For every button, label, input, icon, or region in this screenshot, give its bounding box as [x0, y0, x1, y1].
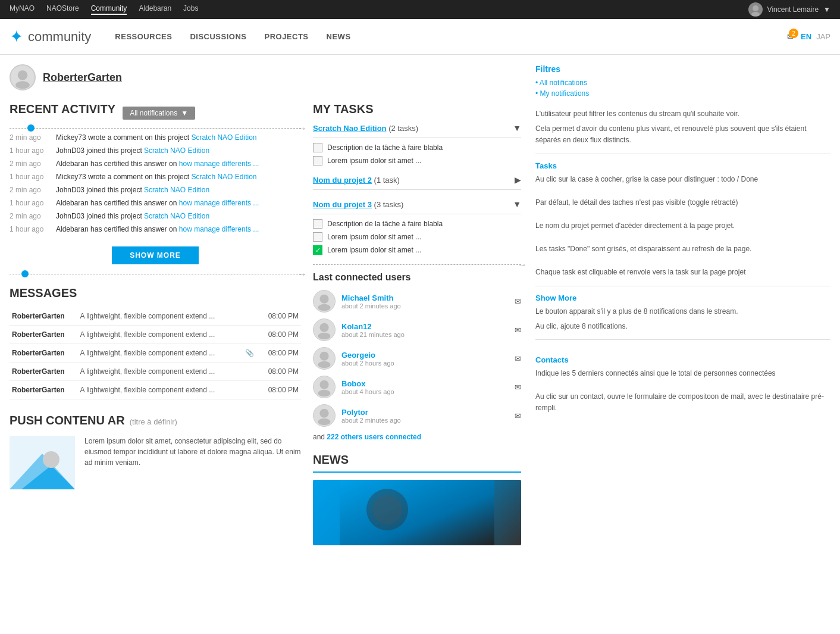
contacts-side-title: Contacts [535, 355, 830, 364]
nav-discussions[interactable]: DISCUSSIONS [190, 32, 246, 41]
task-text[interactable]: Lorem ipsum dolor sit amet ... [327, 246, 421, 254]
connected-mail-icon[interactable]: ✉ [515, 326, 521, 335]
task-checkbox[interactable] [313, 232, 322, 242]
activity-link[interactable]: how manage differents ... [179, 199, 259, 207]
task-text[interactable]: Description de la tâche à faire blabla [327, 143, 443, 152]
sidebar-desc2: Cela permet d'avoir du contenu plus viva… [535, 123, 830, 146]
activity-link[interactable]: Scratch NAO Edition [144, 212, 209, 220]
activity-link[interactable]: Scratch NAO Edition [191, 133, 256, 142]
connected-mail-icon[interactable]: ✉ [515, 354, 521, 363]
message-row[interactable]: RoberterGarten A lightweight, flexible c… [10, 381, 301, 399]
connected-time: about 2 minutes ago [341, 302, 401, 310]
news-thumbnail [313, 480, 521, 545]
nav-ressources[interactable]: RESSOURCES [115, 32, 172, 41]
news-image [313, 480, 521, 545]
tasks-side-desc3: Le nom du projet permet d'acéder directe… [535, 220, 830, 232]
task-group-toggle[interactable]: ▶ [515, 175, 521, 185]
task-group: Nom du projet 3 (3 tasks) ▼ Description … [313, 199, 521, 255]
task-group-toggle[interactable]: ▼ [513, 123, 521, 133]
connected-name[interactable]: Polytor [341, 408, 401, 417]
messages-table: RoberterGarten A lightweight, flexible c… [10, 307, 301, 399]
news-divider [313, 471, 521, 473]
activity-item: 2 min ago Mickey73 wrote a comment on th… [10, 133, 301, 142]
connected-avatar [313, 376, 336, 398]
activity-item: 2 min ago Aldebaran has certified this a… [10, 160, 301, 168]
connected-name[interactable]: Georgeio [341, 351, 394, 360]
connected-item: Bobox about 4 hours ago ✉ [313, 376, 521, 398]
tasks-side-desc2: Par défaut, le détail des taches n'est p… [535, 197, 830, 208]
connected-name[interactable]: Bobox [341, 379, 394, 388]
topnav-naostore[interactable]: NAOStore [46, 4, 79, 15]
filter-my[interactable]: • My notifications [535, 89, 830, 98]
svg-point-3 [15, 81, 30, 89]
task-group-title[interactable]: Nom du projet 3 [313, 200, 372, 209]
connected-name[interactable]: Michael Smith [341, 293, 401, 302]
task-checkbox[interactable] [313, 245, 322, 255]
task-group-toggle[interactable]: ▼ [513, 199, 521, 209]
nav-projects[interactable]: PROJECTS [264, 32, 308, 41]
task-group-title[interactable]: Nom du projet 2 [313, 176, 372, 185]
activity-link[interactable]: Scratch NAO Edition [144, 146, 209, 155]
push-image [10, 436, 75, 489]
activity-link[interactable]: Scratch NAO Edition [144, 186, 209, 194]
nav-news[interactable]: NEWS [327, 32, 351, 41]
connected-time: about 21 minutes ago [341, 331, 405, 338]
connected-mail-icon[interactable]: ✉ [515, 297, 521, 306]
task-group-count: (2 tasks) [388, 124, 418, 133]
task-checkbox[interactable] [313, 156, 322, 165]
brand: ✦ community [10, 27, 91, 46]
user-avatar-icon [11, 64, 35, 90]
msg-preview: A lightweight, flexible component extend… [77, 326, 243, 344]
task-checkbox[interactable] [313, 143, 322, 152]
task-group-count: (1 task) [374, 176, 400, 185]
message-row[interactable]: RoberterGarten A lightweight, flexible c… [10, 326, 301, 344]
main-nav: ✦ community RESSOURCES DISCUSSIONS PROJE… [0, 19, 840, 55]
topnav-aldebaran[interactable]: Aldebaran [139, 4, 171, 15]
topnav-jobs[interactable]: Jobs [183, 4, 198, 15]
connected-mail-icon[interactable]: ✉ [515, 383, 521, 392]
activity-link[interactable]: how manage differents ... [179, 160, 259, 168]
connected-mail-icon[interactable]: ✉ [515, 411, 521, 420]
connected-time: about 4 hours ago [341, 388, 394, 395]
activity-time: 1 hour ago [10, 173, 51, 181]
filter-all[interactable]: • All notifications [535, 79, 830, 87]
activity-link[interactable]: how manage differents ... [179, 225, 259, 233]
msg-preview: A lightweight, flexible component extend… [77, 363, 243, 381]
activity-item: 1 hour ago JohnD03 joined this project S… [10, 146, 301, 155]
activity-text: Mickey73 wrote a comment on this project… [56, 133, 256, 142]
brand-text: community [28, 29, 91, 45]
news-section: NEWS [313, 453, 521, 545]
task-text[interactable]: Lorem ipsum dolor sit amet ... [327, 157, 421, 165]
lang-jap[interactable]: JAP [816, 32, 830, 41]
mail-icon-wrap[interactable]: ✉ 2 [787, 32, 794, 41]
activity-header: RECENT ACTIVITY All notifications ▼ [10, 102, 301, 123]
msg-time: 08:00 PM [259, 363, 301, 381]
show-more-button[interactable]: SHOW MORE [112, 246, 199, 264]
my-tasks-section: MY TASKS Scratch Nao Edition (2 tasks) ▼… [313, 102, 521, 255]
all-notifications-button[interactable]: All notifications ▼ [123, 107, 195, 120]
side-divider-3 [535, 339, 830, 340]
user-name[interactable]: RoberterGarten [43, 71, 122, 84]
task-text[interactable]: Lorem ipsum dolor sit amet ... [327, 233, 421, 241]
topnav-mynao[interactable]: MyNAO [10, 4, 35, 15]
message-row[interactable]: RoberterGarten A lightweight, flexible c… [10, 363, 301, 381]
message-row[interactable]: RoberterGarten A lightweight, flexible c… [10, 344, 301, 363]
task-checkbox[interactable] [313, 219, 322, 229]
svg-point-20 [372, 495, 402, 524]
push-section: PUSH CONTENU AR (titre à définir) [10, 414, 301, 489]
lang-en[interactable]: EN [801, 32, 811, 41]
activity-text: JohnD03 joined this project Scratch NAO … [56, 146, 209, 155]
connected-avatar [313, 347, 336, 370]
chevron-down-icon: ▼ [181, 109, 188, 117]
topnav-community[interactable]: Community [91, 4, 127, 15]
activity-item: 2 min ago JohnD03 joined this project Sc… [10, 212, 301, 220]
activity-text: Aldebaran has certified this answer on h… [56, 160, 259, 168]
task-text[interactable]: Description de la tâche à faire blabla [327, 220, 443, 228]
message-row[interactable]: RoberterGarten A lightweight, flexible c… [10, 307, 301, 326]
msg-sender: RoberterGarten [10, 326, 77, 344]
task-group-title[interactable]: Scratch Nao Edition [313, 124, 387, 133]
mail-badge: 2 [789, 29, 798, 38]
connected-name[interactable]: Kolan12 [341, 322, 405, 331]
msg-time: 08:00 PM [259, 326, 301, 344]
activity-link[interactable]: Scratch NAO Edition [191, 173, 256, 181]
